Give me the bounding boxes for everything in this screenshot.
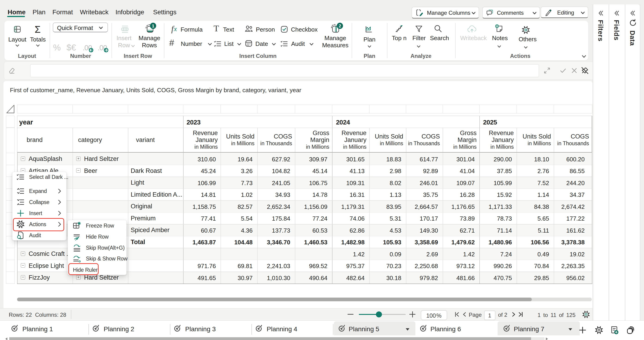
svg-text:2: 2 <box>339 23 341 28</box>
svg-text:1: 1 <box>152 23 154 28</box>
